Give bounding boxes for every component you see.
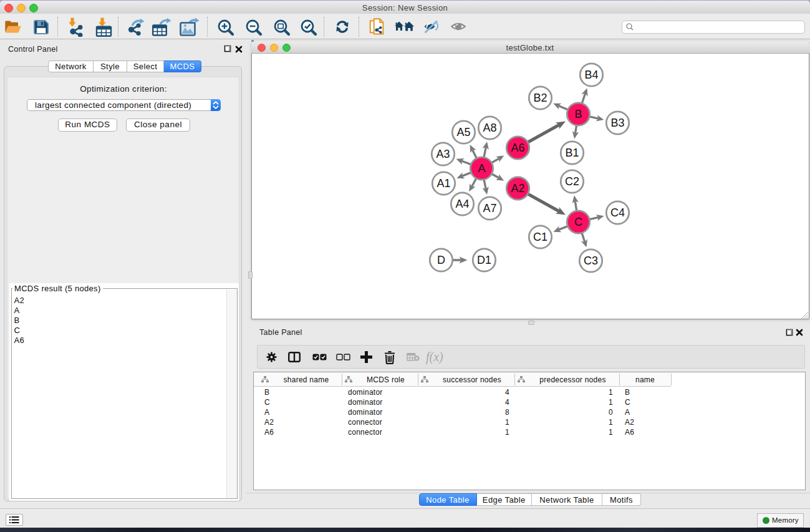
- svg-text:A6: A6: [511, 142, 524, 154]
- svg-text:A5: A5: [456, 126, 470, 138]
- svg-text:A4: A4: [455, 198, 469, 210]
- svg-text:D: D: [437, 254, 445, 266]
- svg-text:D1: D1: [476, 254, 491, 266]
- svg-text:A8: A8: [483, 122, 496, 134]
- svg-text:A2: A2: [511, 182, 524, 195]
- svg-text:B4: B4: [584, 69, 598, 81]
- svg-text:A: A: [478, 162, 485, 175]
- svg-text:B2: B2: [533, 92, 547, 104]
- svg-text:A3: A3: [436, 148, 450, 160]
- svg-text:C: C: [574, 216, 582, 228]
- svg-text:B3: B3: [610, 117, 624, 129]
- svg-text:B: B: [574, 108, 582, 120]
- svg-text:A7: A7: [483, 202, 496, 215]
- svg-text:C1: C1: [533, 231, 547, 243]
- svg-text:C4: C4: [610, 206, 624, 219]
- svg-text:C2: C2: [564, 175, 579, 188]
- svg-text:A1: A1: [436, 177, 450, 190]
- svg-text:C3: C3: [583, 254, 597, 267]
- svg-text:B1: B1: [565, 147, 579, 159]
